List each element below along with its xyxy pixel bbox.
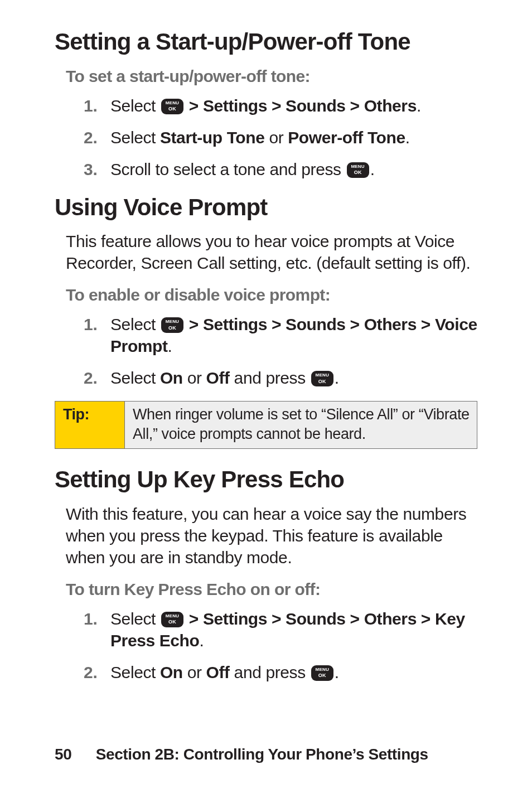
step-2-2: 2. Select On or Off and press . xyxy=(84,367,477,389)
step-1-1: 1. Select > Settings > Sounds > Others. xyxy=(84,95,477,117)
subhead-set-startup-poweroff: To set a start-up/power-off tone: xyxy=(55,65,477,87)
page-footer: 50 Section 2B: Controlling Your Phone’s … xyxy=(55,744,428,765)
menu-ok-icon xyxy=(161,99,183,114)
step-3-2: 2. Select On or Off and press . xyxy=(84,661,477,683)
page-number: 50 xyxy=(55,746,71,763)
step-number: 1. xyxy=(84,95,98,117)
menu-ok-icon xyxy=(311,665,333,681)
heading-key-press-echo: Setting Up Key Press Echo xyxy=(55,465,477,495)
tip-box: Tip: When ringer volume is set to “Silen… xyxy=(55,401,477,449)
subhead-key-press-echo: To turn Key Press Echo on or off: xyxy=(55,578,477,600)
heading-voice-prompt: Using Voice Prompt xyxy=(55,192,477,223)
step-text: Select > Settings > Sounds > Others. xyxy=(110,96,421,115)
step-text: Select On or Off and press . xyxy=(110,663,339,681)
step-text: Select Start-up Tone or Power-off Tone. xyxy=(110,128,410,147)
intro-voice-prompt: This feature allows you to hear voice pr… xyxy=(55,230,477,274)
step-text: Scroll to select a tone and press . xyxy=(110,160,375,178)
step-text: Select > Settings > Sounds > Others > Vo… xyxy=(110,315,477,355)
step-3-1: 1. Select > Settings > Sounds > Others >… xyxy=(84,608,477,651)
intro-key-press-echo: With this feature, you can hear a voice … xyxy=(55,503,477,568)
subhead-voice-prompt: To enable or disable voice prompt: xyxy=(55,284,477,306)
menu-ok-icon xyxy=(311,371,333,386)
step-text: Select > Settings > Sounds > Others > Ke… xyxy=(110,610,465,650)
step-text: Select On or Off and press . xyxy=(110,369,339,387)
menu-ok-icon xyxy=(161,612,183,627)
step-1-2: 2. Select Start-up Tone or Power-off Ton… xyxy=(84,127,477,148)
step-number: 2. xyxy=(84,127,98,148)
step-2-1: 1. Select > Settings > Sounds > Others >… xyxy=(84,313,477,357)
step-number: 1. xyxy=(84,608,98,630)
step-number: 3. xyxy=(84,158,98,180)
step-1-3: 3. Scroll to select a tone and press . xyxy=(84,158,477,180)
heading-startup-poweroff-tone: Setting a Start-up/Power-off Tone xyxy=(55,27,477,57)
tip-content: When ringer volume is set to “Silence Al… xyxy=(125,402,477,449)
step-number: 2. xyxy=(84,661,98,683)
section-title: Section 2B: Controlling Your Phone’s Set… xyxy=(96,746,428,763)
tip-label: Tip: xyxy=(55,402,125,449)
step-number: 1. xyxy=(84,313,98,335)
step-number: 2. xyxy=(84,367,98,389)
menu-ok-icon xyxy=(161,317,183,333)
menu-ok-icon xyxy=(347,162,369,178)
